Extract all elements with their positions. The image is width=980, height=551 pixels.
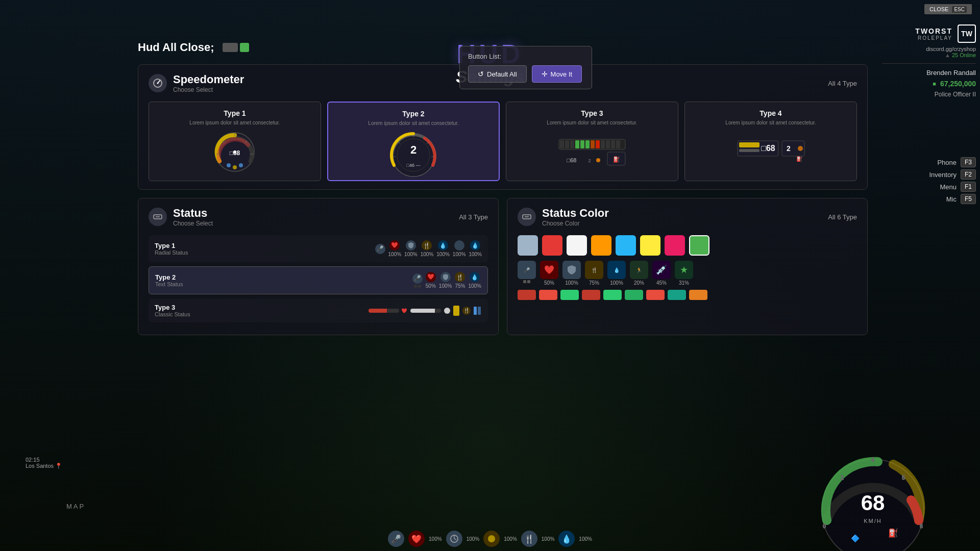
- svg-rect-35: [616, 140, 620, 148]
- location-icon: 📍: [55, 463, 62, 469]
- key-badge-menu: F1: [961, 182, 976, 192]
- button-list-btns: ↺ Default All ✛ Move It: [468, 65, 583, 83]
- svg-point-12: [233, 165, 237, 169]
- key-row-mic: Mic F5: [929, 194, 976, 204]
- speedometer-title-text: Speedometer Choose Select: [173, 73, 244, 93]
- svg-rect-33: [606, 140, 610, 148]
- status-icon-mic: 🎤: [375, 244, 385, 254]
- player-money: 67,250,000: [940, 80, 976, 88]
- server-info: discord.gg/crzyshop ▲ 25 Online: [926, 46, 976, 58]
- status-icon-shield2: 100%: [439, 272, 452, 289]
- status-color-title-text: Status Color Choose Color: [542, 207, 609, 227]
- color-swatch-white[interactable]: [567, 235, 587, 256]
- toggle-on[interactable]: [240, 43, 249, 52]
- key-row-inventory: Inventory F2: [929, 169, 976, 180]
- speedometer-type-cards: Type 1 Lorem ipsum dolor sit amet consec…: [149, 102, 857, 181]
- type3-desc: Lorem ipsum dolor sit amet consectetur.: [513, 119, 671, 127]
- key-badge-phone: F3: [961, 157, 976, 167]
- status-color-section: Status Color Choose Color All 6 Type: [507, 198, 868, 335]
- speedometer-type-4[interactable]: Type 4 Lorem ipsum dolor sit amet consec…: [684, 102, 857, 181]
- color-swatch-yellow[interactable]: [640, 235, 660, 256]
- color-bottom-row: [518, 290, 857, 300]
- color-icon-run: 🏃 20%: [630, 261, 648, 286]
- color-bottom-4[interactable]: [582, 290, 600, 300]
- status-color-title: Status Color: [542, 207, 609, 220]
- server-sub: ROLEPLAY: [915, 35, 952, 41]
- speedometer-type-3[interactable]: Type 3 Lorem ipsum dolor sit amet consec…: [506, 102, 678, 181]
- status-type-1-icons: 🎤 100% 100% 🍴: [375, 240, 482, 257]
- color-bottom-8[interactable]: [668, 290, 686, 300]
- color-icon-mic: 🎤: [518, 261, 536, 286]
- default-all-button[interactable]: ↺ Default All: [468, 65, 527, 83]
- color-swatch-pink[interactable]: [665, 235, 685, 256]
- hud-pct-2: 100%: [467, 536, 480, 542]
- color-bottom-9[interactable]: [689, 290, 707, 300]
- color-icon-heart: 50%: [540, 261, 558, 286]
- svg-rect-27: [575, 140, 579, 148]
- svg-text:2: 2: [410, 143, 416, 156]
- status-type-2-desc: Text Status: [155, 281, 183, 287]
- status-type-row-2[interactable]: Type 2 Text Status 🎤 50%: [149, 266, 488, 294]
- status-icon-heart: 100%: [388, 240, 402, 257]
- speedometer-type-1[interactable]: Type 1 Lorem ipsum dolor sit amet consec…: [149, 102, 321, 181]
- speedometer-icon: [149, 74, 167, 92]
- type4-desc: Lorem ipsum dolor sit amet consectetur.: [692, 119, 849, 127]
- key-bindings: Phone F3 Inventory F2 Menu F1 Mic F5: [925, 153, 981, 208]
- svg-rect-32: [601, 140, 605, 148]
- svg-point-13: [239, 163, 243, 167]
- svg-text:2: 2: [841, 475, 844, 481]
- toggle-off[interactable]: [223, 43, 238, 52]
- key-row-menu: Menu F1: [929, 182, 976, 192]
- status-title-text: Status Choose Select: [173, 207, 213, 227]
- svg-text:2: 2: [787, 144, 791, 153]
- color-icon-star: ★ 31%: [675, 261, 693, 286]
- hud-icon-2: ❤️: [408, 531, 425, 547]
- color-bottom-2[interactable]: [539, 290, 557, 300]
- bottom-hud: 🎤 ❤️ 100% 100% 100% 🍴 100% 💧 100%: [0, 527, 980, 551]
- status-icon-stress1: 100%: [453, 240, 466, 257]
- color-swatch-blue-grey[interactable]: [518, 235, 538, 256]
- status-type-3-desc: Classic Status: [155, 311, 190, 317]
- location-display: Los Santos: [26, 463, 54, 469]
- player-rank: Police Officer II: [935, 91, 976, 98]
- type2-desc: Lorem ipsum dolor sit amet consectetur.: [335, 120, 492, 127]
- svg-text:⛽: ⛽: [613, 156, 620, 163]
- move-it-button[interactable]: ✛ Move It: [532, 65, 582, 83]
- speedometer-type-2[interactable]: Type 2 Lorem ipsum dolor sit amet consec…: [327, 102, 500, 181]
- color-bottom-1[interactable]: [518, 290, 536, 300]
- status-color-type-count: All 6 Type: [828, 213, 857, 221]
- color-swatch-cyan[interactable]: [616, 235, 636, 256]
- color-bottom-7[interactable]: [646, 290, 665, 300]
- key-badge-inventory: F2: [961, 169, 976, 180]
- status-type-row-3[interactable]: Type 3 Classic Status 🍴: [149, 298, 488, 322]
- status-color-icon: [518, 208, 536, 226]
- status-type-row-1[interactable]: Type 1 Radial Status 🎤 100%: [149, 235, 488, 262]
- color-icons-row: 🎤 50% 100% 🍴 75%: [518, 261, 857, 286]
- time-display: 02:15: [26, 457, 40, 463]
- color-swatch-orange[interactable]: [591, 235, 611, 256]
- svg-rect-24: [560, 140, 564, 148]
- status-icon-shield: 100%: [404, 240, 418, 257]
- svg-point-11: [227, 163, 231, 167]
- color-bottom-5[interactable]: [603, 290, 622, 300]
- sections-row: Status Choose Select All 3 Type Type 1 R…: [138, 198, 868, 335]
- type3-preview: □68 2 ⛽: [513, 132, 671, 172]
- color-bottom-3[interactable]: [560, 290, 579, 300]
- toggle-container[interactable]: [223, 43, 249, 52]
- svg-text:68: 68: [861, 491, 885, 515]
- svg-point-47: [798, 146, 803, 151]
- svg-point-64: [488, 535, 495, 542]
- color-swatch-green[interactable]: [689, 235, 709, 256]
- type1-preview: □68: [156, 132, 313, 172]
- color-swatch-red[interactable]: [542, 235, 562, 256]
- color-bottom-6[interactable]: [625, 290, 643, 300]
- svg-text:KM/H: KM/H: [864, 518, 882, 524]
- hud-pct-5: 100%: [579, 536, 592, 542]
- key-label-inventory: Inventory: [929, 171, 957, 179]
- close-button[interactable]: CLOSE ESC: [924, 4, 972, 14]
- hud-pct-3: 100%: [504, 536, 517, 542]
- svg-rect-34: [611, 140, 615, 148]
- status-icon-food: 🍴 100%: [421, 240, 434, 257]
- status-header: Status Choose Select All 3 Type: [149, 207, 488, 227]
- svg-text:4: 4: [871, 457, 874, 463]
